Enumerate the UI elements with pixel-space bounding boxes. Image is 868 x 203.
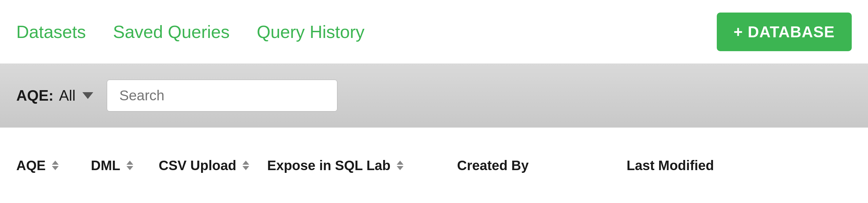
nav-tabs: Datasets Saved Queries Query History [16, 22, 717, 42]
nav-tab-saved-queries[interactable]: Saved Queries [113, 22, 230, 42]
aqe-filter-value[interactable]: All [59, 87, 76, 104]
col-header-created-label: Created By [457, 158, 529, 173]
column-headers: AQE DML CSV Upload Expose in SQL Lab Cre… [0, 127, 868, 203]
col-header-expose-sql[interactable]: Expose in SQL Lab [267, 158, 457, 173]
sort-up-icon [126, 161, 133, 165]
col-header-dml[interactable]: DML [91, 158, 159, 173]
aqe-dropdown-arrow-icon[interactable] [82, 92, 93, 99]
sort-up-icon [397, 161, 403, 165]
col-header-csv-label: CSV Upload [159, 158, 236, 173]
col-header-dml-label: DML [91, 158, 120, 173]
sort-down-icon [397, 166, 403, 170]
aqe-sort-icon[interactable] [52, 161, 59, 170]
add-database-button[interactable]: + DATABASE [717, 13, 852, 51]
aqe-filter: AQE: All [16, 87, 93, 104]
col-header-aqe-label: AQE [16, 158, 46, 173]
col-header-created-by: Created By [457, 158, 627, 173]
search-input[interactable] [107, 80, 337, 111]
sort-down-icon [52, 166, 59, 170]
nav-tab-datasets[interactable]: Datasets [16, 22, 86, 42]
sort-up-icon [242, 161, 249, 165]
expose-sort-icon[interactable] [397, 161, 403, 170]
col-header-csv-upload[interactable]: CSV Upload [159, 158, 267, 173]
dml-sort-icon[interactable] [126, 161, 133, 170]
sort-down-icon [126, 166, 133, 170]
top-navigation: Datasets Saved Queries Query History + D… [0, 0, 868, 64]
sort-down-icon [242, 166, 249, 170]
csv-sort-icon[interactable] [242, 161, 249, 170]
col-header-modified-label: Last Modified [627, 158, 714, 173]
aqe-filter-label: AQE: [16, 87, 54, 104]
filter-bar: AQE: All [0, 64, 868, 127]
col-header-expose-label: Expose in SQL Lab [267, 158, 391, 173]
col-header-aqe[interactable]: AQE [16, 158, 91, 173]
col-header-last-modified: Last Modified [627, 158, 852, 173]
nav-tab-query-history[interactable]: Query History [257, 22, 364, 42]
sort-up-icon [52, 161, 59, 165]
